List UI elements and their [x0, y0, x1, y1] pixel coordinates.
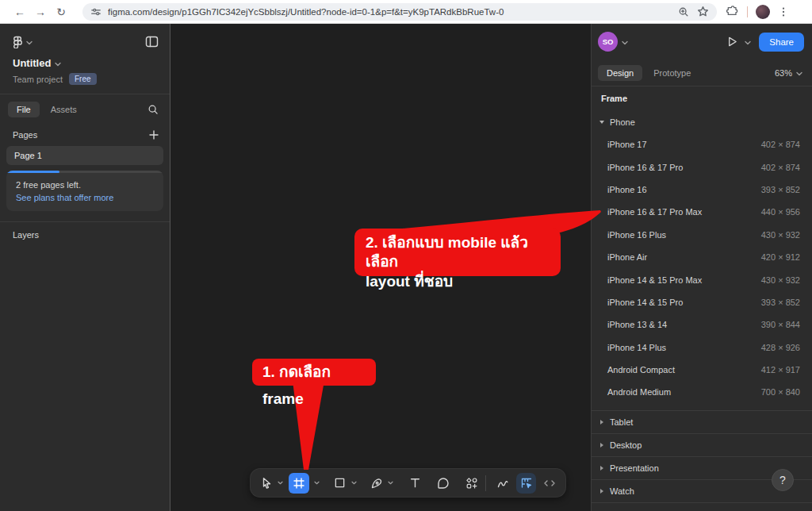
- dev-code-tool[interactable]: [540, 474, 559, 493]
- section-tablet[interactable]: Tablet: [592, 410, 812, 433]
- device-row[interactable]: iPhone 17402 × 874: [592, 133, 812, 156]
- file-title[interactable]: Untitled: [13, 57, 51, 69]
- annotation-step1: 1. กดเลือก frame: [252, 359, 376, 386]
- url-text[interactable]: figma.com/design/p1GGh7IC342ejYcSbblszj/…: [108, 7, 673, 17]
- annotation-step2-line1: 2. เลือกแบบ mobile แล้วเลือก: [366, 233, 550, 272]
- frame-panel-header: Frame: [592, 86, 812, 110]
- device-label: iPhone 14 & 15 Pro: [607, 298, 761, 307]
- bookmark-star-icon[interactable]: [697, 6, 709, 17]
- address-bar[interactable]: figma.com/design/p1GGh7IC342ejYcSbblszj/…: [82, 3, 717, 21]
- device-size: 390 × 844: [761, 320, 800, 329]
- chevron-right-icon: [600, 443, 603, 448]
- avatar-chevron-icon[interactable]: [622, 37, 628, 47]
- toggle-sidebar-icon[interactable]: [145, 36, 159, 48]
- move-tool-chevron-icon[interactable]: [276, 481, 285, 485]
- text-tool[interactable]: [406, 474, 425, 493]
- zoom-level-control[interactable]: 63%: [775, 68, 802, 78]
- device-row[interactable]: iPhone 13 & 14390 × 844: [592, 313, 812, 336]
- device-size: 428 × 926: [761, 343, 800, 352]
- figma-app-window: ← → ↻ figma.com/design/p1GGh7IC342ejYcSb…: [0, 0, 812, 511]
- upsell-link[interactable]: See plans that offer more: [16, 193, 154, 202]
- browser-actions: [726, 5, 789, 19]
- frame-tool-selected[interactable]: [289, 473, 309, 494]
- tab-design[interactable]: Design: [598, 65, 642, 81]
- device-size: 430 × 932: [761, 230, 800, 240]
- file-title-chevron-icon[interactable]: [55, 59, 61, 68]
- device-label: iPhone 16 Plus: [607, 230, 761, 240]
- present-chevron-icon[interactable]: [745, 37, 751, 47]
- device-size: 420 × 912: [761, 252, 800, 262]
- add-page-icon[interactable]: [149, 130, 159, 140]
- upsell-message: 2 free pages left.: [16, 180, 154, 190]
- tab-assets[interactable]: Assets: [51, 105, 77, 114]
- pages-header: Pages: [13, 130, 37, 140]
- device-label: Android Compact: [607, 365, 761, 375]
- pen-tool-chevron-icon[interactable]: [386, 481, 396, 485]
- zoom-page-icon[interactable]: [678, 6, 689, 17]
- browser-menu-icon[interactable]: [778, 6, 789, 17]
- shape-tool-chevron-icon[interactable]: [349, 481, 358, 485]
- annotation-step2: 2. เลือกแบบ mobile แล้วเลือก layout ที่ช…: [354, 229, 561, 276]
- device-size: 393 × 852: [761, 185, 800, 194]
- project-label[interactable]: Team project: [13, 75, 63, 84]
- device-row[interactable]: iPhone 16 & 17 Pro402 × 874: [592, 156, 812, 178]
- page-item-label: Page 1: [14, 151, 42, 160]
- device-row[interactable]: Android Compact412 × 917: [592, 359, 812, 381]
- chrome-separator: [747, 6, 748, 17]
- device-label: iPhone 17: [607, 140, 761, 149]
- tab-file[interactable]: File: [8, 102, 40, 117]
- pen-tool[interactable]: [367, 474, 386, 493]
- device-label: iPhone 16 & 17 Pro Max: [607, 207, 761, 217]
- browser-reload-icon[interactable]: ↻: [51, 6, 71, 18]
- device-row[interactable]: Android Medium700 × 840: [592, 381, 812, 403]
- site-settings-icon[interactable]: [90, 6, 102, 17]
- device-row[interactable]: iPhone 14 Plus428 × 926: [592, 336, 812, 359]
- section-phone-label: Phone: [610, 117, 635, 127]
- shape-tool[interactable]: [331, 474, 350, 493]
- upsell-card[interactable]: 2 free pages left. See plans that offer …: [6, 171, 163, 211]
- right-sidebar: SO Share Design Prototype 63%: [591, 24, 812, 511]
- device-list: iPhone 17402 × 874iPhone 16 & 17 Pro402 …: [592, 133, 812, 404]
- device-size: 700 × 840: [761, 387, 800, 397]
- device-row[interactable]: iPhone 16393 × 852: [592, 179, 812, 201]
- help-button[interactable]: ?: [772, 469, 794, 491]
- device-size: 393 × 852: [761, 298, 800, 307]
- device-size: 430 × 932: [761, 275, 800, 285]
- device-label: iPhone 14 & 15 Pro Max: [607, 275, 761, 285]
- section-label: Desktop: [610, 440, 642, 450]
- device-label: iPhone 14 Plus: [607, 343, 761, 352]
- browser-back-icon[interactable]: ←: [10, 6, 30, 18]
- chevron-down-icon: [599, 121, 604, 124]
- device-row[interactable]: iPhone 14 & 15 Pro Max430 × 932: [592, 268, 812, 290]
- user-avatar[interactable]: SO: [598, 32, 618, 52]
- device-label: Android Medium: [607, 387, 761, 397]
- browser-profile-avatar[interactable]: [756, 5, 770, 19]
- device-label: iPhone 13 & 14: [607, 320, 761, 329]
- device-row[interactable]: iPhone 16 & 17 Pro Max440 × 956: [592, 201, 812, 223]
- device-row[interactable]: iPhone Air420 × 912: [592, 246, 812, 268]
- main-menu-chevron-icon[interactable]: [26, 37, 33, 47]
- figma-logo-icon[interactable]: [13, 36, 22, 48]
- extensions-icon[interactable]: [726, 6, 739, 18]
- browser-chrome: ← → ↻ figma.com/design/p1GGh7IC342ejYcSb…: [0, 0, 812, 24]
- browser-forward-icon[interactable]: →: [30, 6, 51, 18]
- device-size: 440 × 956: [761, 207, 800, 217]
- device-size: 412 × 917: [761, 365, 800, 375]
- device-label: iPhone 16 & 17 Pro: [607, 163, 761, 172]
- layers-header: Layers: [0, 222, 170, 248]
- present-play-icon[interactable]: [726, 36, 738, 48]
- actions-tool[interactable]: [462, 474, 481, 493]
- section-phone[interactable]: Phone: [592, 110, 812, 133]
- device-row[interactable]: iPhone 14 & 15 Pro393 × 852: [592, 291, 812, 313]
- share-button[interactable]: Share: [759, 33, 804, 52]
- draw-tool[interactable]: [493, 474, 512, 493]
- search-icon[interactable]: [147, 104, 159, 115]
- comment-tool[interactable]: [434, 474, 453, 493]
- frame-tool-chevron-icon[interactable]: [312, 481, 322, 485]
- dev-mode-tool-selected[interactable]: [516, 473, 537, 494]
- tab-prototype[interactable]: Prototype: [653, 68, 691, 78]
- device-row[interactable]: iPhone 16 Plus430 × 932: [592, 224, 812, 246]
- move-tool[interactable]: [257, 474, 276, 493]
- page-item-selected[interactable]: Page 1: [6, 146, 163, 165]
- section-desktop[interactable]: Desktop: [592, 433, 812, 456]
